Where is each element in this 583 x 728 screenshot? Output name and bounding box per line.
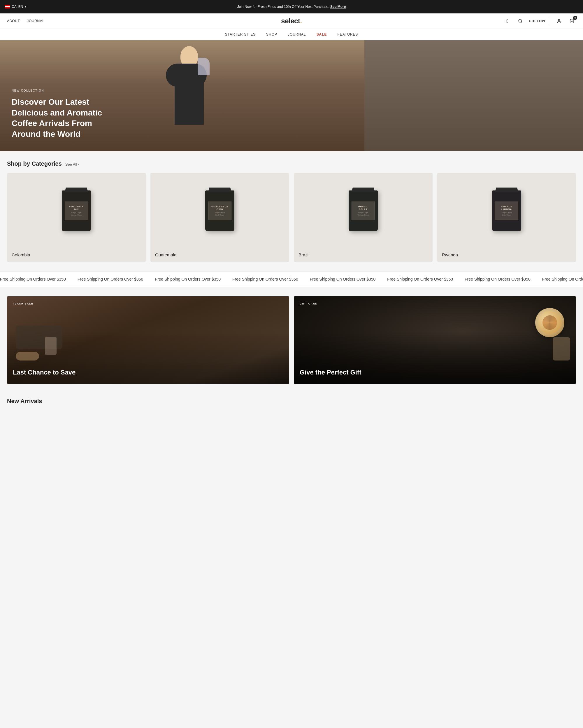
nav-sale[interactable]: SALE bbox=[316, 32, 327, 36]
barista-arms bbox=[166, 63, 207, 87]
bag-label-brazil: BRAZIL BELLA Single OriginMedium Roast bbox=[352, 202, 375, 220]
categories-see-all[interactable]: See All › bbox=[65, 162, 79, 166]
nav-journal[interactable]: JOURNAL bbox=[288, 32, 306, 36]
new-arrivals-title: New Arrivals bbox=[7, 398, 576, 405]
site-logo[interactable]: select. bbox=[281, 17, 302, 25]
gift-hand-figure bbox=[553, 337, 570, 361]
flash-sale-title: Last Chance to Save bbox=[13, 368, 76, 377]
nav-about[interactable]: ABOUT bbox=[7, 19, 20, 23]
cart-icon-wrap: 0 bbox=[568, 17, 576, 25]
svg-point-2 bbox=[558, 19, 560, 21]
locale-country: CA bbox=[12, 5, 17, 9]
bag-label-colombia: COLOMBIA DIN Single OriginMedium Roast bbox=[65, 202, 88, 220]
announcement-bar: CA EN ▾ Join Now for Fresh Finds and 10%… bbox=[0, 0, 583, 14]
search-button[interactable] bbox=[516, 17, 524, 25]
shipping-item-3: Free Shipping On Orders Over $350 bbox=[155, 277, 221, 282]
nav-shop[interactable]: SHOP bbox=[266, 32, 277, 36]
coffee-bag-colombia: COLOMBIA DIN Single OriginMedium Roast bbox=[62, 190, 91, 231]
logo-text: select. bbox=[281, 17, 302, 25]
category-image-guatemala: GUATEMALA OWO Single OriginDark Roast bbox=[150, 173, 289, 249]
category-card-rwanda[interactable]: RWANDA LUMINA Single OriginLight Roast R… bbox=[437, 173, 576, 262]
flash-sale-badge: FLASH SALE bbox=[13, 302, 33, 305]
locale-selector[interactable]: CA EN ▾ bbox=[5, 5, 26, 9]
shipping-item-4: Free Shipping On Orders Over $350 bbox=[232, 277, 298, 282]
shipping-banner: Free Shipping On Orders Over $350 Free S… bbox=[0, 271, 583, 287]
shipping-item-1: Free Shipping On Orders Over $350 bbox=[0, 277, 66, 282]
shipping-item-2: Free Shipping On Orders Over $350 bbox=[78, 277, 143, 282]
announcement-text: Join Now for Fresh Finds and 10% Off You… bbox=[237, 5, 329, 9]
flag-icon bbox=[5, 5, 10, 8]
categories-title: Shop by Categories bbox=[7, 160, 62, 167]
category-card-brazil[interactable]: BRAZIL BELLA Single OriginMedium Roast B… bbox=[294, 173, 433, 262]
coffee-bag-rwanda: RWANDA LUMINA Single OriginLight Roast bbox=[492, 190, 521, 231]
gift-title: Give the Perfect Gift bbox=[300, 368, 361, 377]
hero-overlay: NEW COLLECTION Discover Our Latest Delic… bbox=[12, 89, 122, 139]
svg-line-1 bbox=[522, 22, 522, 23]
locale-language: EN bbox=[18, 5, 23, 9]
promo-card-flash-sale[interactable]: FLASH SALE Last Chance to Save bbox=[7, 296, 289, 384]
secondary-nav: STARTER SITES SHOP JOURNAL SALE FEATURES bbox=[0, 29, 583, 40]
cart-count: 0 bbox=[573, 16, 577, 20]
coffee-bag-guatemala: GUATEMALA OWO Single OriginDark Roast bbox=[205, 190, 234, 231]
shipping-item-8: Free Shipping On Orders Over $350 bbox=[542, 277, 583, 282]
barista-body bbox=[175, 67, 204, 125]
announcement-cta[interactable]: See More bbox=[330, 5, 346, 9]
shipping-item-6: Free Shipping On Orders Over $350 bbox=[387, 277, 453, 282]
category-name-brazil: Brazil bbox=[294, 249, 433, 262]
account-button[interactable] bbox=[555, 17, 563, 25]
dark-mode-toggle[interactable]: ☾ bbox=[503, 17, 511, 25]
shipping-item-5: Free Shipping On Orders Over $350 bbox=[310, 277, 376, 282]
header: ABOUT JOURNAL select. ☾ FOLLOW 0 bbox=[0, 14, 583, 29]
flash-sale-image bbox=[16, 326, 62, 366]
categories-header: Shop by Categories See All › bbox=[7, 160, 576, 167]
categories-section: Shop by Categories See All › COLOMBIA DI… bbox=[0, 151, 583, 271]
nav-features[interactable]: FEATURES bbox=[338, 32, 358, 36]
header-divider bbox=[550, 18, 550, 24]
svg-point-0 bbox=[519, 19, 522, 23]
nav-journal[interactable]: JOURNAL bbox=[27, 19, 44, 23]
new-arrivals-section: New Arrivals bbox=[0, 393, 583, 415]
shipping-ticker: Free Shipping On Orders Over $350 Free S… bbox=[0, 277, 583, 282]
category-card-guatemala[interactable]: GUATEMALA OWO Single OriginDark Roast Gu… bbox=[150, 173, 289, 262]
hero-barista-figure bbox=[172, 46, 207, 139]
header-nav-right: ☾ FOLLOW 0 bbox=[503, 17, 576, 25]
hero-title: Discover Our Latest Delicious and Aromat… bbox=[12, 97, 122, 139]
gift-latte-cup bbox=[535, 308, 564, 337]
nav-starter-sites[interactable]: STARTER SITES bbox=[225, 32, 256, 36]
hero-badge: NEW COLLECTION bbox=[12, 89, 122, 92]
category-image-rwanda: RWANDA LUMINA Single OriginLight Roast bbox=[437, 173, 576, 249]
category-image-colombia: COLOMBIA DIN Single OriginMedium Roast bbox=[7, 173, 146, 249]
categories-grid: COLOMBIA DIN Single OriginMedium Roast C… bbox=[7, 173, 576, 262]
follow-button[interactable]: FOLLOW bbox=[529, 19, 546, 23]
promo-card-gift[interactable]: GIFT CARD Give the Perfect Gift bbox=[294, 296, 576, 384]
gift-badge: GIFT CARD bbox=[300, 302, 317, 305]
hero-image-right bbox=[364, 40, 583, 151]
coffee-bag-brazil: BRAZIL BELLA Single OriginMedium Roast bbox=[349, 190, 378, 231]
promo-section: FLASH SALE Last Chance to Save GIFT CARD… bbox=[0, 287, 583, 393]
category-name-guatemala: Guatemala bbox=[150, 249, 289, 262]
pitcher bbox=[198, 58, 210, 75]
category-name-colombia: Colombia bbox=[7, 249, 146, 262]
hero-banner: NEW COLLECTION Discover Our Latest Delic… bbox=[0, 40, 583, 151]
shipping-item-7: Free Shipping On Orders Over $350 bbox=[465, 277, 530, 282]
category-card-colombia[interactable]: COLOMBIA DIN Single OriginMedium Roast C… bbox=[7, 173, 146, 262]
category-image-brazil: BRAZIL BELLA Single OriginMedium Roast bbox=[294, 173, 433, 249]
locale-chevron: ▾ bbox=[25, 5, 26, 8]
category-name-rwanda: Rwanda bbox=[437, 249, 576, 262]
chevron-right-icon: › bbox=[78, 162, 79, 166]
header-nav-left: ABOUT JOURNAL bbox=[7, 19, 45, 23]
bag-label-guatemala: GUATEMALA OWO Single OriginDark Roast bbox=[208, 202, 231, 220]
bag-label-rwanda: RWANDA LUMINA Single OriginLight Roast bbox=[495, 202, 518, 220]
